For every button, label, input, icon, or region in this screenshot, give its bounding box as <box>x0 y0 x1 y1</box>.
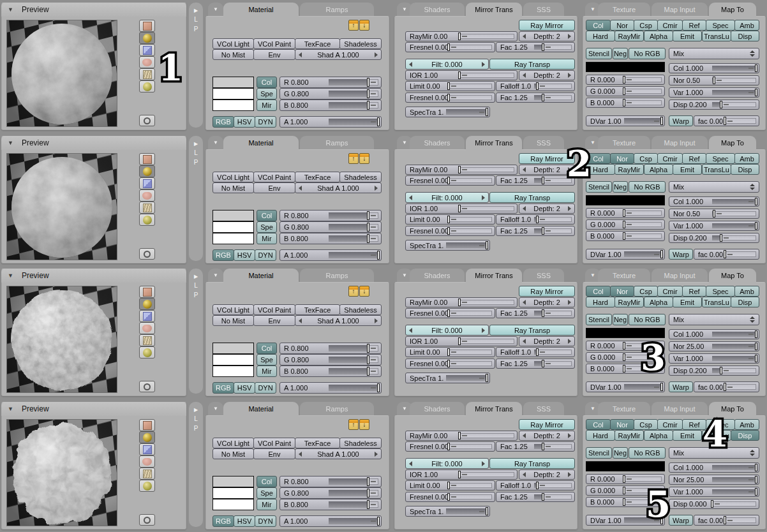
modifier-no-rgb-button[interactable]: No RGB <box>629 181 666 193</box>
tab-map-input[interactable]: Map Input <box>652 3 708 16</box>
raymir-slider[interactable]: RayMir 0.00 <box>405 431 518 441</box>
map-color-swatch[interactable] <box>586 328 665 338</box>
filt-field[interactable]: Filt: 0.000 <box>405 59 489 70</box>
collapse-triangle-icon[interactable]: ▼ <box>8 406 13 412</box>
modifier-no-rgb-button[interactable]: No RGB <box>629 314 666 325</box>
map-nor-slider[interactable]: Nor 25.00 <box>669 475 759 485</box>
left-arrow-icon[interactable] <box>523 73 526 78</box>
dvar-slider[interactable]: DVar 1.00 <box>586 115 665 126</box>
tab-ramps[interactable]: Ramps <box>300 136 374 149</box>
collapse-triangle-icon[interactable]: ▼ <box>8 6 13 13</box>
preview-type-world-button[interactable] <box>139 214 155 226</box>
copy-material-up-button[interactable]: ↑ <box>348 286 359 297</box>
slider-knob[interactable] <box>755 343 757 350</box>
collapse-triangle-icon[interactable]: ▼ <box>8 272 13 279</box>
tab-sss[interactable]: SSS <box>523 269 564 282</box>
material-alpha-slider[interactable]: A 1.000 <box>279 515 382 527</box>
tab-shaders[interactable]: Shaders <box>410 269 465 282</box>
preview-type-sphere-button[interactable] <box>139 431 155 443</box>
preview-panel-header[interactable]: ▼Preview <box>1 136 186 150</box>
mirror-depth-field[interactable]: Depth: 2 <box>519 297 575 307</box>
map-toggle-emit[interactable]: Emit <box>673 430 702 441</box>
slider-knob[interactable] <box>542 227 544 235</box>
material-r-slider[interactable]: R 0.800 <box>279 476 382 487</box>
map-color-swatch[interactable] <box>586 62 665 72</box>
slider-knob[interactable] <box>623 99 625 107</box>
ray-mirror-button[interactable]: Ray Mirror <box>519 286 575 297</box>
limit-slider[interactable]: Limit 0.00 <box>405 480 495 491</box>
slider-knob[interactable] <box>713 210 715 218</box>
map-disp-slider[interactable]: Disp 0.200 <box>669 366 759 376</box>
map-toggle-csp[interactable]: Csp <box>634 20 658 31</box>
right-arrow-icon[interactable] <box>568 433 571 438</box>
map-toggle-spec[interactable]: Spec <box>706 153 735 164</box>
preview-type-hair-button[interactable] <box>139 334 155 346</box>
toggle-texface[interactable]: TexFace <box>295 304 340 315</box>
map-disp-slider[interactable]: Disp 0.000 <box>669 499 759 509</box>
map-toggle-alpha[interactable]: Alpha <box>644 297 673 307</box>
slider-knob[interactable] <box>542 443 544 450</box>
copy-material-up-button[interactable]: ↑ <box>348 153 359 164</box>
tab-ramps[interactable]: Ramps <box>300 402 374 415</box>
toggle-shadeless[interactable]: Shadeless <box>339 304 382 315</box>
slider-knob[interactable] <box>447 360 450 367</box>
map-toggle-spec[interactable]: Spec <box>706 20 735 31</box>
collapse-triangle-icon[interactable]: ▼ <box>8 140 13 146</box>
map-b-slider[interactable]: B 0.000 <box>586 98 665 108</box>
paste-material-down-button[interactable]: ↓ <box>359 419 369 430</box>
slider-knob[interactable] <box>377 517 380 526</box>
filt-field[interactable]: Filt: 0.000 <box>405 458 489 469</box>
tab-ramps[interactable]: Ramps <box>300 3 374 16</box>
right-arrow-icon[interactable] <box>482 195 485 200</box>
toggle-no-mist[interactable]: No Mist <box>212 315 254 326</box>
preview-refresh-button[interactable] <box>139 115 155 126</box>
tab-shaders[interactable]: Shaders <box>410 3 465 16</box>
modifier-no-rgb-button[interactable]: No RGB <box>629 48 666 59</box>
preview-type-sphere-button[interactable] <box>139 165 155 177</box>
material-b-slider[interactable]: B 0.800 <box>279 366 382 377</box>
mirror-depth-field[interactable]: Depth: 2 <box>519 31 575 41</box>
slider-knob[interactable] <box>367 78 369 87</box>
map-toggle-csp[interactable]: Csp <box>634 419 658 430</box>
slider-knob[interactable] <box>623 87 625 95</box>
toggle-no-mist[interactable]: No Mist <box>212 448 254 459</box>
slider-knob[interactable] <box>724 383 726 391</box>
slider-knob[interactable] <box>367 211 369 220</box>
map-toggle-col[interactable]: Col <box>586 419 611 430</box>
map-b-slider[interactable]: B 0.000 <box>586 364 665 374</box>
preview-type-monkey-button[interactable] <box>139 322 155 334</box>
mirror-fac-slider[interactable]: Fac 1.25 <box>496 441 575 452</box>
slider-knob[interactable] <box>458 299 461 306</box>
raymir-slider[interactable]: RayMir 0.00 <box>405 297 518 307</box>
toggle-env[interactable]: Env <box>253 448 295 459</box>
map-toggle-alpha[interactable]: Alpha <box>644 430 673 441</box>
modifier-stencil-button[interactable]: Stencil <box>586 181 612 193</box>
tab-shaders[interactable]: Shaders <box>410 402 465 415</box>
map-toggle-amb[interactable]: Amb <box>734 153 759 164</box>
preview-type-flat-button[interactable] <box>139 153 155 165</box>
slider-knob[interactable] <box>486 241 488 249</box>
specular-color-swatch[interactable] <box>212 487 254 499</box>
dvar-slider[interactable]: DVar 1.00 <box>586 381 665 392</box>
map-toggle-cmir[interactable]: Cmir <box>657 153 683 164</box>
mode-hsv-button[interactable]: HSV <box>234 249 255 261</box>
map-toggle-ref[interactable]: Ref <box>682 20 706 31</box>
material-r-slider[interactable]: R 0.800 <box>279 210 382 221</box>
fresnel-slider[interactable]: Fresnel 0.00 <box>405 492 495 502</box>
map-col-slider[interactable]: Col 1.000 <box>669 462 759 473</box>
toggle-env[interactable]: Env <box>253 49 295 60</box>
mode-rgb-button[interactable]: RGB <box>212 249 234 261</box>
preview-panel-header[interactable]: ▼Preview <box>1 269 186 283</box>
map-toggle-csp[interactable]: Csp <box>634 153 658 164</box>
map-g-slider[interactable]: G 0.000 <box>586 219 665 230</box>
map-toggle-spec[interactable]: Spec <box>706 286 735 297</box>
slider-knob[interactable] <box>377 383 380 392</box>
material-color-swatch[interactable] <box>212 77 254 88</box>
right-arrow-icon[interactable] <box>482 328 485 333</box>
falloff-slider[interactable]: Falloff 1.0 <box>496 347 575 357</box>
collapsed-panel-tab[interactable]: ▶LP <box>189 3 203 128</box>
fac-slider[interactable]: Fac 1.25 <box>496 492 575 502</box>
warp-fac-slider[interactable]: fac 0.00 <box>694 249 759 260</box>
copy-material-up-button[interactable]: ↑ <box>348 419 359 430</box>
map-color-swatch[interactable] <box>586 195 665 205</box>
